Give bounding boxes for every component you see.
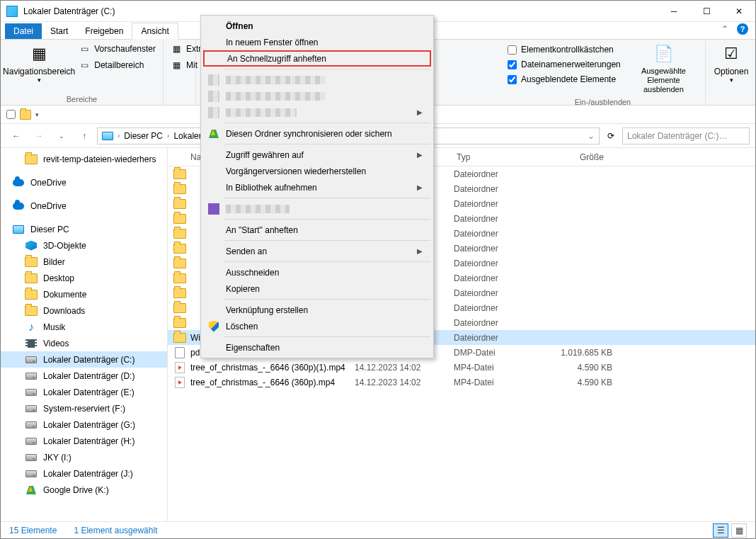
app-icon <box>6 6 18 17</box>
sidebar-drive[interactable]: Lokaler Datenträger (H:) <box>1 433 167 449</box>
options-icon: ☑ <box>720 42 743 65</box>
status-selected: 1 Element ausgewählt <box>74 526 157 535</box>
minimize-button[interactable]: ─ <box>658 1 690 22</box>
nav-tree[interactable]: revit-temp-dateien-wiederhers OneDrive O… <box>1 148 168 521</box>
statusbar: 15 Elemente 1 Element ausgewählt ☰ ▦ <box>1 521 755 538</box>
table-row[interactable]: tree_of_christmas_-_6646 (360p)(1).mp414… <box>168 360 755 375</box>
sidebar-drive[interactable]: System-reserviert (F:) <box>1 400 167 416</box>
sidebar-item[interactable]: Desktop <box>1 270 167 286</box>
collapse-ribbon-icon[interactable]: ⌃ <box>721 24 728 34</box>
details-pane-button[interactable]: ▭Detailbereich <box>76 57 159 73</box>
context-menu: Öffnen In neuem Fenster öffnen An Schnel… <box>200 15 434 358</box>
pc-icon <box>13 225 24 234</box>
tab-share[interactable]: Freigeben <box>76 23 132 39</box>
sidebar-drive[interactable]: Lokaler Datenträger (G:) <box>1 416 167 433</box>
qa-checkbox[interactable] <box>6 110 16 119</box>
ctx-shortcut[interactable]: Verknüpfung erstellen <box>203 302 431 318</box>
ctx-blurred-item[interactable] <box>203 72 431 88</box>
tab-file[interactable]: Datei <box>5 23 42 39</box>
shield-icon <box>209 321 219 332</box>
ctx-pin-start[interactable]: An "Start" anheften <box>203 222 431 238</box>
nav-pane-icon: ▦ <box>28 42 50 65</box>
onedrive-icon <box>13 179 24 186</box>
sidebar-item[interactable]: Bilder <box>1 254 167 270</box>
ctx-send-to[interactable]: Senden an▶ <box>203 243 431 259</box>
close-button[interactable]: ✕ <box>723 1 755 22</box>
sidebar-item[interactable]: 3D-Objekte <box>1 237 167 254</box>
help-icon[interactable]: ? <box>737 23 748 35</box>
ctx-properties[interactable]: Eigenschaften <box>203 339 431 356</box>
preview-icon: ▭ <box>79 43 90 55</box>
sidebar-quick-item[interactable]: revit-temp-dateien-wiederhers <box>1 151 167 167</box>
sidebar-drive[interactable]: Lokaler Datenträger (D:) <box>1 368 167 384</box>
nav-pane-button[interactable]: ▦ Navigationsbereich ▾ <box>5 41 73 85</box>
col-size[interactable]: Größe <box>539 152 609 162</box>
ctx-grant-access[interactable]: Zugriff gewähren auf▶ <box>203 147 431 163</box>
search-input[interactable]: Lokaler Datenträger (C:)… <box>622 127 750 144</box>
options-button[interactable]: ☑ Optionen ▾ <box>710 41 752 85</box>
sidebar-item[interactable]: Downloads <box>1 302 167 319</box>
ctx-blurred-item[interactable]: ▶ <box>203 104 431 120</box>
col-type[interactable]: Typ <box>451 152 539 162</box>
ctx-blurred-item[interactable] <box>203 200 431 217</box>
back-button[interactable]: ← <box>6 127 26 145</box>
table-row[interactable]: tree_of_christmas_-_6646 (360p).mp414.12… <box>168 375 755 390</box>
sidebar-item[interactable]: Videos <box>1 335 167 351</box>
sidebar-drive[interactable]: Lokaler Datenträger (E:) <box>1 384 167 400</box>
sidebar-onedrive[interactable]: OneDrive <box>1 174 167 191</box>
chk-extensions[interactable]: Dateinamenerweiterungen <box>505 57 624 72</box>
onedrive-icon <box>13 203 24 210</box>
refresh-button[interactable]: ⟳ <box>602 127 619 144</box>
preview-pane-button[interactable]: ▭Vorschaufenster <box>76 41 159 57</box>
ctx-google-sync[interactable]: Diesen Ordner synchronisieren oder siche… <box>203 125 431 142</box>
ctx-blurred-item[interactable] <box>203 88 431 104</box>
crumb-pc[interactable]: Dieser PC <box>121 128 166 144</box>
details-icon: ▭ <box>79 59 90 71</box>
ctx-delete[interactable]: Löschen <box>203 318 431 334</box>
sidebar-drive[interactable]: Lokaler Datenträger (C:) <box>1 351 167 368</box>
up-button[interactable]: ↑ <box>74 127 94 145</box>
folder-icon <box>25 154 38 164</box>
hide-icon: 📄 <box>652 42 675 65</box>
chk-item-checkboxes[interactable]: Elementkontrollkästchen <box>505 42 624 57</box>
sidebar-item[interactable]: Dokumente <box>1 286 167 302</box>
details-view-button[interactable]: ☰ <box>713 523 728 538</box>
ctx-prev-versions[interactable]: Vorgängerversionen wiederherstellen <box>203 163 431 179</box>
ctx-library[interactable]: In Bibliothek aufnehmen▶ <box>203 179 431 195</box>
sidebar-item[interactable]: ♪Musik <box>1 319 167 335</box>
tab-view[interactable]: Ansicht <box>132 23 178 40</box>
gdrive-icon <box>209 130 219 138</box>
chk-hidden[interactable]: Ausgeblendete Elemente <box>505 72 624 86</box>
sidebar-drive[interactable]: Lokaler Datenträger (J:) <box>1 465 167 482</box>
status-count: 15 Elemente <box>9 526 57 535</box>
icons-view-button[interactable]: ▦ <box>731 523 747 538</box>
qa-dropdown-icon[interactable]: ▾ <box>35 111 39 118</box>
recent-dropdown[interactable]: ⌄ <box>52 127 71 145</box>
ctx-copy[interactable]: Kopieren <box>203 280 431 297</box>
hide-selected-button[interactable]: 📄 Ausgewählte Elemente ausblenden <box>626 41 701 96</box>
ctx-cut[interactable]: Ausschneiden <box>203 264 431 280</box>
maximize-button[interactable]: ☐ <box>690 1 723 22</box>
ctx-open[interactable]: Öffnen <box>203 18 431 34</box>
pc-icon <box>102 132 113 140</box>
qa-folder-icon <box>20 110 31 120</box>
sidebar-this-pc[interactable]: Dieser PC <box>1 221 167 237</box>
tab-start[interactable]: Start <box>42 23 76 39</box>
sidebar-drive[interactable]: Google Drive (K:) <box>1 482 167 498</box>
ctx-pin-quickaccess[interactable]: An Schnellzugriff anheften <box>203 50 431 67</box>
forward-button[interactable]: → <box>29 127 49 145</box>
ctx-new-window[interactable]: In neuem Fenster öffnen <box>203 34 431 50</box>
sidebar-drive[interactable]: JKY (I:) <box>1 449 167 465</box>
sidebar-onedrive[interactable]: OneDrive <box>1 198 167 214</box>
